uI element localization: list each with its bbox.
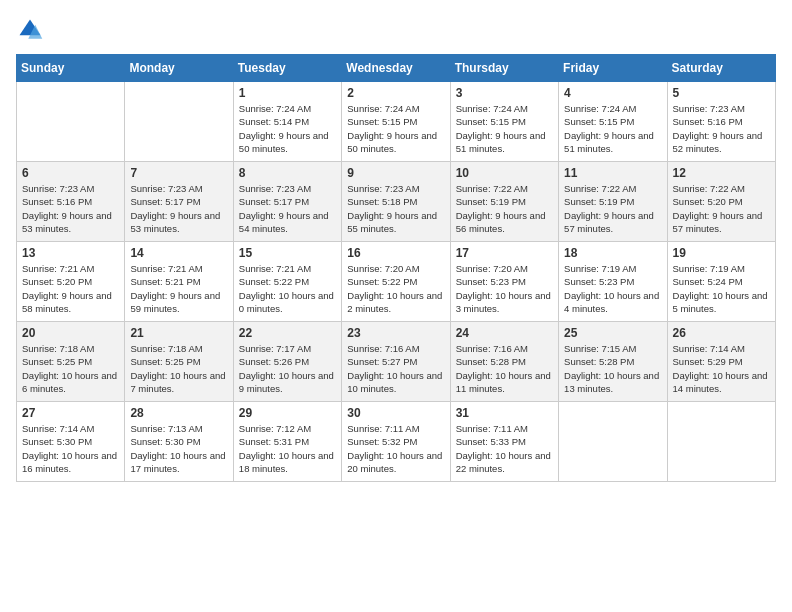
day-info: Sunrise: 7:20 AM Sunset: 5:23 PM Dayligh… — [456, 262, 553, 315]
calendar-cell: 5Sunrise: 7:23 AM Sunset: 5:16 PM Daylig… — [667, 82, 775, 162]
day-info: Sunrise: 7:24 AM Sunset: 5:14 PM Dayligh… — [239, 102, 336, 155]
calendar-cell: 21Sunrise: 7:18 AM Sunset: 5:25 PM Dayli… — [125, 322, 233, 402]
day-info: Sunrise: 7:13 AM Sunset: 5:30 PM Dayligh… — [130, 422, 227, 475]
calendar-cell: 20Sunrise: 7:18 AM Sunset: 5:25 PM Dayli… — [17, 322, 125, 402]
calendar-cell: 26Sunrise: 7:14 AM Sunset: 5:29 PM Dayli… — [667, 322, 775, 402]
calendar-cell: 4Sunrise: 7:24 AM Sunset: 5:15 PM Daylig… — [559, 82, 667, 162]
calendar-cell: 16Sunrise: 7:20 AM Sunset: 5:22 PM Dayli… — [342, 242, 450, 322]
calendar-cell: 17Sunrise: 7:20 AM Sunset: 5:23 PM Dayli… — [450, 242, 558, 322]
day-info: Sunrise: 7:21 AM Sunset: 5:22 PM Dayligh… — [239, 262, 336, 315]
day-number: 18 — [564, 246, 661, 260]
day-number: 10 — [456, 166, 553, 180]
day-info: Sunrise: 7:24 AM Sunset: 5:15 PM Dayligh… — [564, 102, 661, 155]
day-info: Sunrise: 7:15 AM Sunset: 5:28 PM Dayligh… — [564, 342, 661, 395]
day-number: 17 — [456, 246, 553, 260]
day-number: 13 — [22, 246, 119, 260]
day-number: 19 — [673, 246, 770, 260]
day-info: Sunrise: 7:12 AM Sunset: 5:31 PM Dayligh… — [239, 422, 336, 475]
day-number: 9 — [347, 166, 444, 180]
day-number: 20 — [22, 326, 119, 340]
day-number: 3 — [456, 86, 553, 100]
calendar-cell: 24Sunrise: 7:16 AM Sunset: 5:28 PM Dayli… — [450, 322, 558, 402]
calendar-cell: 31Sunrise: 7:11 AM Sunset: 5:33 PM Dayli… — [450, 402, 558, 482]
day-header-sunday: Sunday — [17, 55, 125, 82]
day-info: Sunrise: 7:23 AM Sunset: 5:16 PM Dayligh… — [22, 182, 119, 235]
day-info: Sunrise: 7:14 AM Sunset: 5:30 PM Dayligh… — [22, 422, 119, 475]
day-number: 27 — [22, 406, 119, 420]
calendar-cell: 29Sunrise: 7:12 AM Sunset: 5:31 PM Dayli… — [233, 402, 341, 482]
day-info: Sunrise: 7:23 AM Sunset: 5:16 PM Dayligh… — [673, 102, 770, 155]
calendar-cell: 3Sunrise: 7:24 AM Sunset: 5:15 PM Daylig… — [450, 82, 558, 162]
day-number: 31 — [456, 406, 553, 420]
day-header-wednesday: Wednesday — [342, 55, 450, 82]
day-info: Sunrise: 7:21 AM Sunset: 5:21 PM Dayligh… — [130, 262, 227, 315]
day-info: Sunrise: 7:16 AM Sunset: 5:28 PM Dayligh… — [456, 342, 553, 395]
day-info: Sunrise: 7:16 AM Sunset: 5:27 PM Dayligh… — [347, 342, 444, 395]
day-header-tuesday: Tuesday — [233, 55, 341, 82]
day-number: 15 — [239, 246, 336, 260]
calendar-cell: 13Sunrise: 7:21 AM Sunset: 5:20 PM Dayli… — [17, 242, 125, 322]
calendar-cell: 12Sunrise: 7:22 AM Sunset: 5:20 PM Dayli… — [667, 162, 775, 242]
day-info: Sunrise: 7:22 AM Sunset: 5:19 PM Dayligh… — [564, 182, 661, 235]
day-info: Sunrise: 7:20 AM Sunset: 5:22 PM Dayligh… — [347, 262, 444, 315]
week-row-1: 1Sunrise: 7:24 AM Sunset: 5:14 PM Daylig… — [17, 82, 776, 162]
calendar-cell: 6Sunrise: 7:23 AM Sunset: 5:16 PM Daylig… — [17, 162, 125, 242]
calendar-cell: 2Sunrise: 7:24 AM Sunset: 5:15 PM Daylig… — [342, 82, 450, 162]
day-number: 14 — [130, 246, 227, 260]
week-row-5: 27Sunrise: 7:14 AM Sunset: 5:30 PM Dayli… — [17, 402, 776, 482]
calendar-cell — [667, 402, 775, 482]
calendar-header-row: SundayMondayTuesdayWednesdayThursdayFrid… — [17, 55, 776, 82]
calendar-cell: 11Sunrise: 7:22 AM Sunset: 5:19 PM Dayli… — [559, 162, 667, 242]
day-number: 26 — [673, 326, 770, 340]
calendar-cell: 10Sunrise: 7:22 AM Sunset: 5:19 PM Dayli… — [450, 162, 558, 242]
week-row-4: 20Sunrise: 7:18 AM Sunset: 5:25 PM Dayli… — [17, 322, 776, 402]
day-info: Sunrise: 7:22 AM Sunset: 5:20 PM Dayligh… — [673, 182, 770, 235]
day-number: 4 — [564, 86, 661, 100]
day-info: Sunrise: 7:22 AM Sunset: 5:19 PM Dayligh… — [456, 182, 553, 235]
day-header-friday: Friday — [559, 55, 667, 82]
day-number: 16 — [347, 246, 444, 260]
day-number: 30 — [347, 406, 444, 420]
day-info: Sunrise: 7:11 AM Sunset: 5:32 PM Dayligh… — [347, 422, 444, 475]
day-header-monday: Monday — [125, 55, 233, 82]
day-number: 2 — [347, 86, 444, 100]
day-number: 1 — [239, 86, 336, 100]
day-number: 28 — [130, 406, 227, 420]
calendar-cell: 9Sunrise: 7:23 AM Sunset: 5:18 PM Daylig… — [342, 162, 450, 242]
calendar-cell — [125, 82, 233, 162]
logo-icon — [16, 16, 44, 44]
page-header — [16, 16, 776, 44]
calendar-cell: 1Sunrise: 7:24 AM Sunset: 5:14 PM Daylig… — [233, 82, 341, 162]
day-info: Sunrise: 7:14 AM Sunset: 5:29 PM Dayligh… — [673, 342, 770, 395]
day-info: Sunrise: 7:24 AM Sunset: 5:15 PM Dayligh… — [456, 102, 553, 155]
calendar-cell: 18Sunrise: 7:19 AM Sunset: 5:23 PM Dayli… — [559, 242, 667, 322]
day-info: Sunrise: 7:23 AM Sunset: 5:18 PM Dayligh… — [347, 182, 444, 235]
day-number: 6 — [22, 166, 119, 180]
day-info: Sunrise: 7:19 AM Sunset: 5:24 PM Dayligh… — [673, 262, 770, 315]
day-info: Sunrise: 7:23 AM Sunset: 5:17 PM Dayligh… — [239, 182, 336, 235]
day-number: 11 — [564, 166, 661, 180]
calendar-cell: 23Sunrise: 7:16 AM Sunset: 5:27 PM Dayli… — [342, 322, 450, 402]
calendar-cell: 7Sunrise: 7:23 AM Sunset: 5:17 PM Daylig… — [125, 162, 233, 242]
calendar-cell: 27Sunrise: 7:14 AM Sunset: 5:30 PM Dayli… — [17, 402, 125, 482]
calendar-cell: 15Sunrise: 7:21 AM Sunset: 5:22 PM Dayli… — [233, 242, 341, 322]
day-number: 21 — [130, 326, 227, 340]
day-number: 7 — [130, 166, 227, 180]
calendar-cell: 19Sunrise: 7:19 AM Sunset: 5:24 PM Dayli… — [667, 242, 775, 322]
day-header-saturday: Saturday — [667, 55, 775, 82]
calendar-cell: 22Sunrise: 7:17 AM Sunset: 5:26 PM Dayli… — [233, 322, 341, 402]
week-row-3: 13Sunrise: 7:21 AM Sunset: 5:20 PM Dayli… — [17, 242, 776, 322]
calendar-cell — [559, 402, 667, 482]
calendar-cell — [17, 82, 125, 162]
day-header-thursday: Thursday — [450, 55, 558, 82]
week-row-2: 6Sunrise: 7:23 AM Sunset: 5:16 PM Daylig… — [17, 162, 776, 242]
calendar-table: SundayMondayTuesdayWednesdayThursdayFrid… — [16, 54, 776, 482]
day-info: Sunrise: 7:11 AM Sunset: 5:33 PM Dayligh… — [456, 422, 553, 475]
calendar-cell: 8Sunrise: 7:23 AM Sunset: 5:17 PM Daylig… — [233, 162, 341, 242]
calendar-cell: 25Sunrise: 7:15 AM Sunset: 5:28 PM Dayli… — [559, 322, 667, 402]
day-number: 24 — [456, 326, 553, 340]
logo — [16, 16, 48, 44]
day-info: Sunrise: 7:19 AM Sunset: 5:23 PM Dayligh… — [564, 262, 661, 315]
day-number: 22 — [239, 326, 336, 340]
calendar-cell: 30Sunrise: 7:11 AM Sunset: 5:32 PM Dayli… — [342, 402, 450, 482]
